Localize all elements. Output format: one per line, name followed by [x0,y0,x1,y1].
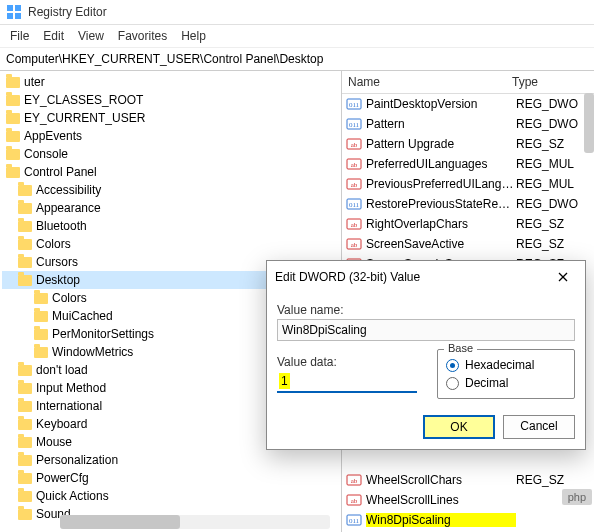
row-name: WheelScrollLines [366,493,516,507]
folder-icon [18,491,32,502]
tree-item[interactable]: Personalization [2,451,341,469]
folder-icon [18,221,32,232]
tree-item-label: MuiCached [52,309,113,323]
tree-item-label: EY_CURRENT_USER [24,111,145,125]
folder-icon [18,401,32,412]
list-row[interactable]: 011Win8DpiScaling [342,510,594,530]
list-row[interactable]: abWheelScrollLines [342,490,594,510]
tree-item[interactable]: AppEvents [2,127,341,145]
tree-item-label: Bluetooth [36,219,87,233]
folder-icon [6,77,20,88]
menu-help[interactable]: Help [181,29,206,43]
tree-item[interactable]: EY_CURRENT_USER [2,109,341,127]
folder-icon [34,311,48,322]
tree-item-label: PerMonitorSettings [52,327,154,341]
cancel-button[interactable]: Cancel [503,415,575,439]
row-name: RestorePreviousStateRecalcBe... [366,197,516,211]
list-scrollbar[interactable] [584,93,594,153]
tree-item[interactable]: EY_CLASSES_ROOT [2,91,341,109]
dialog-title: Edit DWORD (32-bit) Value [275,270,420,284]
col-header-type[interactable]: Type [512,75,582,89]
row-type: REG_DWO [516,197,586,211]
folder-icon [6,149,20,160]
value-data-label: Value data: [277,355,417,369]
value-data-input[interactable]: 1 [277,371,417,393]
tree-item-label: Cursors [36,255,78,269]
tree-item[interactable]: Quick Actions [2,487,341,505]
tree-item-label: Control Panel [24,165,97,179]
tree-item-label: don't load [36,363,88,377]
tree-item-label: WindowMetrics [52,345,133,359]
folder-icon [18,257,32,268]
tree-item[interactable]: PowerCfg [2,469,341,487]
list-header: Name Type [342,71,594,94]
list-row[interactable]: abRightOverlapCharsREG_SZ [342,214,594,234]
tree-item-label: Colors [52,291,87,305]
list-row[interactable]: abWheelScrollCharsREG_SZ [342,470,594,490]
tree-item[interactable]: Console [2,145,341,163]
folder-icon [18,455,32,466]
tree-item[interactable]: Bluetooth [2,217,341,235]
binary-value-icon: 011 [346,512,362,528]
tree-item[interactable]: Colors [2,235,341,253]
list-row[interactable]: 011PatternREG_DWO [342,114,594,134]
svg-rect-0 [7,5,13,11]
folder-icon [18,509,32,520]
menu-favorites[interactable]: Favorites [118,29,167,43]
tree-item-label: Mouse [36,435,72,449]
tree-item-label: Accessibility [36,183,101,197]
list-row[interactable]: 011RestorePreviousStateRecalcBe...REG_DW… [342,194,594,214]
row-type: REG_SZ [516,237,586,251]
string-value-icon: ab [346,176,362,192]
svg-text:ab: ab [351,181,358,189]
tree-item-label: PowerCfg [36,471,89,485]
binary-value-icon: 011 [346,96,362,112]
string-value-icon: ab [346,156,362,172]
radio-hexadecimal[interactable]: Hexadecimal [446,358,566,372]
tree-scrollbar-thumb[interactable] [60,515,180,529]
watermark: php [562,489,592,505]
string-value-icon: ab [346,472,362,488]
value-name-input[interactable] [277,319,575,341]
tree-item-label: Keyboard [36,417,87,431]
list-row[interactable]: abPreferredUILanguagesREG_MUL [342,154,594,174]
tree-item[interactable]: Control Panel [2,163,341,181]
list-row[interactable]: 011PaintDesktopVersionREG_DWO [342,94,594,114]
dialog-title-bar[interactable]: Edit DWORD (32-bit) Value [267,261,585,293]
svg-text:011: 011 [349,201,360,209]
list-row[interactable]: abPattern UpgradeREG_SZ [342,134,594,154]
menu-file[interactable]: File [10,29,29,43]
tree-item[interactable]: uter [2,73,341,91]
row-type: REG_DWO [516,97,586,111]
folder-icon [6,113,20,124]
row-name: Win8DpiScaling [366,513,516,527]
ok-button[interactable]: OK [423,415,495,439]
menu-view[interactable]: View [78,29,104,43]
base-fieldset: Base Hexadecimal Decimal [437,349,575,399]
radio-decimal[interactable]: Decimal [446,376,566,390]
list-row[interactable]: abPreviousPreferredUILanguagesREG_MUL [342,174,594,194]
binary-value-icon: 011 [346,116,362,132]
list-row[interactable]: abScreenSaveActiveREG_SZ [342,234,594,254]
window-title: Registry Editor [28,5,107,19]
binary-value-icon: 011 [346,196,362,212]
svg-text:011: 011 [349,101,360,109]
row-type: REG_SZ [516,217,586,231]
close-icon[interactable] [549,267,577,287]
tree-item-label: Personalization [36,453,118,467]
title-bar: Registry Editor [0,0,594,25]
tree-item-label: International [36,399,102,413]
row-name: PreviousPreferredUILanguages [366,177,516,191]
row-type: REG_SZ [516,137,586,151]
svg-text:011: 011 [349,121,360,129]
tree-item-label: Input Method [36,381,106,395]
tree-scrollbar[interactable] [60,515,330,529]
folder-icon [18,419,32,430]
tree-item-label: EY_CLASSES_ROOT [24,93,143,107]
col-header-name[interactable]: Name [342,75,512,89]
tree-item[interactable]: Appearance [2,199,341,217]
tree-item[interactable]: Accessibility [2,181,341,199]
row-name: PreferredUILanguages [366,157,516,171]
address-bar[interactable]: Computer\HKEY_CURRENT_USER\Control Panel… [0,48,594,71]
menu-edit[interactable]: Edit [43,29,64,43]
